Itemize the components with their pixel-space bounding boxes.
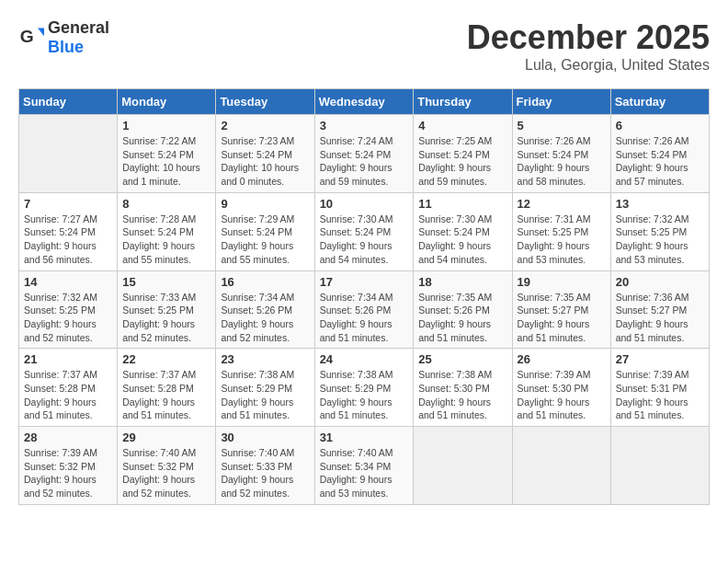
day-info: Sunrise: 7:38 AM Sunset: 5:29 PM Dayligh… [320, 368, 409, 422]
calendar-cell: 29Sunrise: 7:40 AM Sunset: 5:32 PM Dayli… [118, 427, 216, 505]
calendar-cell: 5Sunrise: 7:26 AM Sunset: 5:24 PM Daylig… [512, 115, 610, 193]
week-row-0: 1Sunrise: 7:22 AM Sunset: 5:24 PM Daylig… [19, 115, 710, 193]
day-info: Sunrise: 7:37 AM Sunset: 5:28 PM Dayligh… [24, 368, 112, 422]
logo: G General Blue [18, 18, 109, 57]
day-info: Sunrise: 7:35 AM Sunset: 5:26 PM Dayligh… [418, 291, 506, 345]
calendar-cell: 19Sunrise: 7:35 AM Sunset: 5:27 PM Dayli… [512, 270, 610, 349]
calendar-cell: 14Sunrise: 7:32 AM Sunset: 5:25 PM Dayli… [19, 270, 118, 349]
calendar-cell: 12Sunrise: 7:31 AM Sunset: 5:25 PM Dayli… [512, 192, 610, 270]
calendar-cell: 22Sunrise: 7:37 AM Sunset: 5:28 PM Dayli… [118, 349, 216, 427]
day-info: Sunrise: 7:35 AM Sunset: 5:27 PM Dayligh… [518, 291, 606, 345]
calendar-cell: 10Sunrise: 7:30 AM Sunset: 5:24 PM Dayli… [314, 192, 414, 270]
svg-marker-1 [38, 29, 44, 37]
calendar-cell: 9Sunrise: 7:29 AM Sunset: 5:24 PM Daylig… [216, 192, 314, 270]
week-row-3: 21Sunrise: 7:37 AM Sunset: 5:28 PM Dayli… [19, 349, 710, 427]
day-number: 6 [616, 119, 704, 132]
day-number: 3 [320, 119, 409, 132]
logo-blue-text: Blue [48, 38, 84, 56]
day-number: 29 [122, 431, 210, 444]
logo-icon: G [18, 25, 44, 51]
calendar-cell: 11Sunrise: 7:30 AM Sunset: 5:24 PM Dayli… [414, 192, 512, 270]
week-row-1: 7Sunrise: 7:27 AM Sunset: 5:24 PM Daylig… [19, 192, 710, 270]
calendar-cell: 4Sunrise: 7:25 AM Sunset: 5:24 PM Daylig… [414, 115, 512, 193]
day-info: Sunrise: 7:24 AM Sunset: 5:24 PM Dayligh… [320, 134, 409, 189]
logo-general-text: General [48, 18, 109, 37]
day-info: Sunrise: 7:39 AM Sunset: 5:30 PM Dayligh… [518, 368, 606, 422]
day-number: 23 [221, 352, 309, 366]
month-title: December 2025 [467, 18, 710, 57]
header-day-thursday: Thursday [414, 89, 512, 115]
day-info: Sunrise: 7:40 AM Sunset: 5:33 PM Dayligh… [221, 446, 309, 500]
calendar-cell: 21Sunrise: 7:37 AM Sunset: 5:28 PM Dayli… [19, 349, 118, 427]
header-day-friday: Friday [512, 89, 610, 115]
svg-text:G: G [20, 27, 34, 46]
day-number: 5 [518, 119, 606, 132]
day-info: Sunrise: 7:32 AM Sunset: 5:25 PM Dayligh… [616, 213, 704, 267]
calendar-cell: 6Sunrise: 7:26 AM Sunset: 5:24 PM Daylig… [610, 115, 709, 193]
day-number: 9 [221, 197, 309, 211]
header-day-tuesday: Tuesday [216, 89, 314, 115]
calendar-cell: 31Sunrise: 7:40 AM Sunset: 5:34 PM Dayli… [314, 427, 414, 505]
day-number: 16 [221, 275, 309, 289]
day-info: Sunrise: 7:36 AM Sunset: 5:27 PM Dayligh… [616, 291, 704, 345]
day-number: 11 [418, 197, 506, 211]
calendar-cell: 25Sunrise: 7:38 AM Sunset: 5:30 PM Dayli… [414, 349, 512, 427]
header-day-monday: Monday [118, 89, 216, 115]
calendar-body: 1Sunrise: 7:22 AM Sunset: 5:24 PM Daylig… [19, 115, 710, 505]
day-number: 4 [418, 119, 506, 132]
day-info: Sunrise: 7:32 AM Sunset: 5:25 PM Dayligh… [24, 291, 112, 345]
day-info: Sunrise: 7:26 AM Sunset: 5:24 PM Dayligh… [616, 134, 704, 189]
day-number: 21 [24, 352, 112, 366]
calendar-cell: 3Sunrise: 7:24 AM Sunset: 5:24 PM Daylig… [314, 115, 414, 193]
day-number: 26 [518, 352, 606, 366]
header-day-wednesday: Wednesday [314, 89, 414, 115]
day-info: Sunrise: 7:28 AM Sunset: 5:24 PM Dayligh… [122, 213, 210, 267]
day-number: 13 [616, 197, 704, 211]
day-number: 30 [221, 431, 309, 444]
header-day-saturday: Saturday [610, 89, 709, 115]
week-row-4: 28Sunrise: 7:39 AM Sunset: 5:32 PM Dayli… [19, 427, 710, 505]
day-info: Sunrise: 7:39 AM Sunset: 5:31 PM Dayligh… [616, 368, 704, 422]
day-number: 20 [616, 275, 704, 289]
day-number: 1 [122, 119, 210, 132]
calendar-cell: 17Sunrise: 7:34 AM Sunset: 5:26 PM Dayli… [314, 270, 414, 349]
day-number: 12 [518, 197, 606, 211]
day-number: 14 [24, 275, 112, 289]
page-header: G General Blue December 2025 Lula, Georg… [18, 18, 710, 74]
day-info: Sunrise: 7:22 AM Sunset: 5:24 PM Dayligh… [122, 134, 210, 189]
day-info: Sunrise: 7:33 AM Sunset: 5:25 PM Dayligh… [122, 291, 210, 345]
day-info: Sunrise: 7:27 AM Sunset: 5:24 PM Dayligh… [24, 213, 112, 267]
calendar-cell: 23Sunrise: 7:38 AM Sunset: 5:29 PM Dayli… [216, 349, 314, 427]
header-row: SundayMondayTuesdayWednesdayThursdayFrid… [19, 89, 710, 115]
calendar-cell: 15Sunrise: 7:33 AM Sunset: 5:25 PM Dayli… [118, 270, 216, 349]
day-number: 15 [122, 275, 210, 289]
calendar-cell: 8Sunrise: 7:28 AM Sunset: 5:24 PM Daylig… [118, 192, 216, 270]
day-info: Sunrise: 7:38 AM Sunset: 5:29 PM Dayligh… [221, 368, 309, 422]
calendar-cell: 27Sunrise: 7:39 AM Sunset: 5:31 PM Dayli… [610, 349, 709, 427]
calendar-cell: 26Sunrise: 7:39 AM Sunset: 5:30 PM Dayli… [512, 349, 610, 427]
calendar-header: SundayMondayTuesdayWednesdayThursdayFrid… [19, 89, 710, 115]
calendar-cell: 7Sunrise: 7:27 AM Sunset: 5:24 PM Daylig… [19, 192, 118, 270]
calendar-cell [512, 427, 610, 505]
calendar-cell: 20Sunrise: 7:36 AM Sunset: 5:27 PM Dayli… [610, 270, 709, 349]
day-number: 7 [24, 197, 112, 211]
day-number: 31 [320, 431, 409, 444]
day-info: Sunrise: 7:29 AM Sunset: 5:24 PM Dayligh… [221, 213, 309, 267]
day-number: 8 [122, 197, 210, 211]
calendar-cell: 2Sunrise: 7:23 AM Sunset: 5:24 PM Daylig… [216, 115, 314, 193]
day-number: 18 [418, 275, 506, 289]
day-number: 17 [320, 275, 409, 289]
calendar-cell: 18Sunrise: 7:35 AM Sunset: 5:26 PM Dayli… [414, 270, 512, 349]
day-info: Sunrise: 7:38 AM Sunset: 5:30 PM Dayligh… [418, 368, 506, 422]
calendar-cell [610, 427, 709, 505]
calendar-cell: 28Sunrise: 7:39 AM Sunset: 5:32 PM Dayli… [19, 427, 118, 505]
day-number: 22 [122, 352, 210, 366]
day-info: Sunrise: 7:26 AM Sunset: 5:24 PM Dayligh… [518, 134, 606, 189]
day-info: Sunrise: 7:23 AM Sunset: 5:24 PM Dayligh… [221, 134, 309, 189]
day-info: Sunrise: 7:40 AM Sunset: 5:32 PM Dayligh… [122, 446, 210, 500]
day-info: Sunrise: 7:31 AM Sunset: 5:25 PM Dayligh… [518, 213, 606, 267]
calendar-cell: 24Sunrise: 7:38 AM Sunset: 5:29 PM Dayli… [314, 349, 414, 427]
day-info: Sunrise: 7:34 AM Sunset: 5:26 PM Dayligh… [221, 291, 309, 345]
day-info: Sunrise: 7:30 AM Sunset: 5:24 PM Dayligh… [418, 213, 506, 267]
week-row-2: 14Sunrise: 7:32 AM Sunset: 5:25 PM Dayli… [19, 270, 710, 349]
